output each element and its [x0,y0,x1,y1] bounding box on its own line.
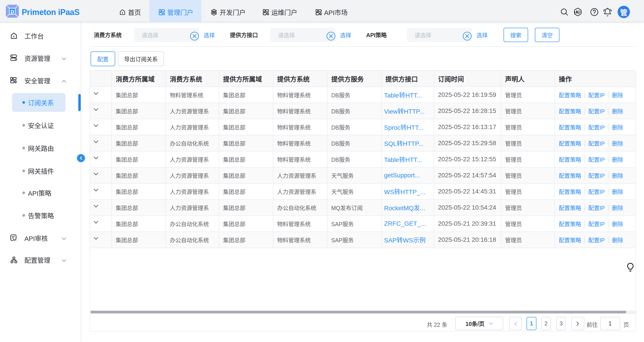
svg-text:p: p [10,8,14,15]
